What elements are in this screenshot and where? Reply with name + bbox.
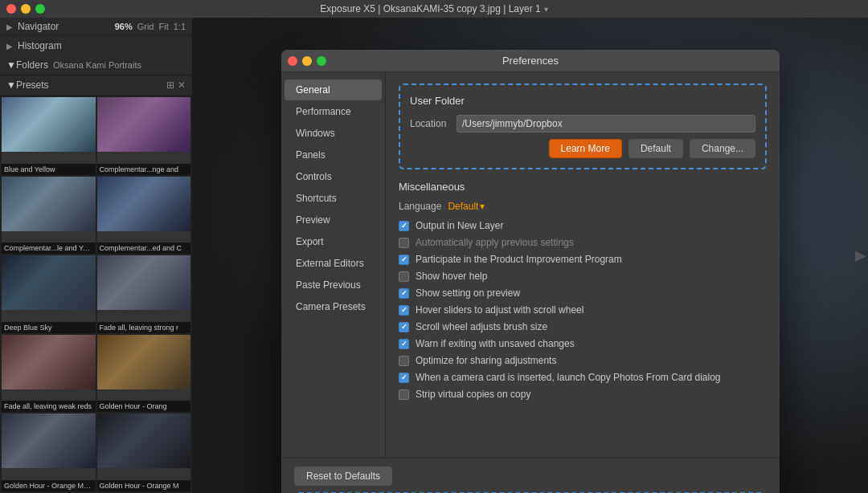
cb-camera-card-label: When a camera card is inserted, launch C… [416, 372, 721, 383]
cb-scroll-brush: Scroll wheel adjusts brush size [399, 321, 767, 332]
location-input[interactable] [457, 115, 755, 132]
location-row: Location [410, 115, 755, 132]
preset-label: Complementar...ed and C [97, 242, 191, 254]
cb-camera-card-input[interactable] [399, 373, 409, 383]
nav-item-export[interactable]: Export [285, 231, 382, 252]
dialog-titlebar: Preferences [281, 50, 780, 72]
preset-thumbnail [97, 97, 191, 152]
preset-thumbnail [97, 255, 191, 310]
cb-warn-unsaved-input[interactable] [399, 339, 409, 349]
window-controls[interactable] [6, 4, 45, 14]
preset-thumbnail [97, 335, 191, 389]
nav-item-preview[interactable]: Preview [285, 210, 382, 230]
list-item[interactable]: Fade all, leaving weak reds [2, 335, 96, 413]
list-item[interactable]: Golden Hour - Orange More [2, 414, 96, 491]
change-button[interactable]: Change... [690, 139, 755, 158]
zoom-1-1[interactable]: 1:1 [174, 22, 186, 31]
nav-item-external-editors[interactable]: External Editors [285, 253, 382, 274]
preset-thumbnail [2, 255, 96, 310]
grid-label: Grid [137, 22, 154, 31]
folders-title: Folders [16, 59, 48, 71]
language-row: Language Default ▾ [399, 201, 767, 212]
cb-auto-apply-label: Automatically apply previous settings [416, 237, 574, 248]
maximize-button[interactable] [35, 4, 45, 14]
default-button[interactable]: Default [628, 139, 683, 158]
nav-item-general[interactable]: General [285, 79, 382, 100]
dialog-title: Preferences [502, 55, 559, 67]
histogram-arrow-icon: ▶ [6, 42, 13, 51]
presets-grid-icon[interactable]: ⊞ [166, 79, 174, 91]
preset-thumbnail [2, 414, 96, 468]
cb-show-setting-input[interactable] [399, 288, 409, 299]
preset-label: Golden Hour - Orang [97, 401, 191, 412]
cb-auto-apply: Automatically apply previous settings [399, 237, 767, 248]
cb-product-improvement: Participate in the Product Improvement P… [399, 254, 767, 265]
preset-thumbnail [97, 177, 191, 231]
preferences-dialog: Preferences General Performance Windows … [281, 50, 780, 493]
dialog-min-button[interactable] [302, 56, 312, 66]
list-item[interactable]: Deep Blue Sky [2, 255, 96, 333]
close-button[interactable] [6, 4, 16, 14]
cb-hover-help-input[interactable] [399, 271, 409, 282]
cb-hover-sliders-input[interactable] [399, 305, 409, 316]
nav-item-panels[interactable]: Panels [285, 145, 382, 165]
presets-header: ▼ Presets ⊞ ✕ [0, 75, 192, 96]
sidebar: ▶ Navigator 96% Grid Fit 1:1 ▶ Histogram… [0, 18, 193, 493]
presets-arrow-icon[interactable]: ▼ [6, 79, 16, 91]
list-item[interactable]: Fade all, leaving strong r [97, 255, 191, 333]
nav-item-controls[interactable]: Controls [285, 166, 382, 187]
preset-label: Golden Hour - Orange More [2, 480, 96, 491]
cb-hover-help-label: Show hover help [416, 271, 487, 282]
learn-more-button[interactable]: Learn More [549, 139, 622, 158]
dialog-max-button[interactable] [317, 56, 326, 66]
list-item[interactable]: Golden Hour - Orang [97, 335, 191, 413]
list-item[interactable]: Golden Hour - Orange M [97, 414, 191, 491]
cb-output-new-layer-input[interactable] [399, 221, 409, 231]
presets-list-icon[interactable]: ✕ [178, 79, 186, 91]
title-chevron-icon: ▾ [544, 5, 548, 14]
cb-product-improvement-input[interactable] [399, 255, 409, 265]
minimize-button[interactable] [21, 4, 31, 14]
user-folder-buttons: Learn More Default Change... [410, 139, 755, 158]
navigator-title: Navigator [18, 21, 59, 32]
cb-output-new-layer: Output in New Layer [399, 220, 767, 231]
app-title: Exposure X5 | OksanaKAMI-35 copy 3.jpg |… [320, 3, 540, 14]
preset-label: Fade all, leaving strong r [97, 322, 191, 333]
nav-item-shortcuts[interactable]: Shortcuts [285, 188, 382, 209]
dialog-body: General Performance Windows Panels Contr… [281, 72, 780, 458]
language-select[interactable]: Default ▾ [448, 201, 485, 212]
list-item[interactable]: Complementar...le and Yellow [2, 177, 96, 255]
cb-auto-apply-input[interactable] [399, 238, 409, 248]
reset-defaults-button[interactable]: Reset to Defaults [294, 467, 392, 486]
language-dropdown-icon: ▾ [480, 201, 485, 212]
cb-strip-virtual-input[interactable] [399, 389, 409, 400]
cb-hover-help: Show hover help [399, 271, 767, 282]
cb-optimize-sharing-label: Optimize for sharing adjustments [416, 355, 556, 366]
preset-label: Blue and Yellow [2, 164, 96, 175]
dialog-close-button[interactable] [288, 56, 297, 66]
user-folder-title: User Folder [410, 95, 755, 107]
nav-item-windows[interactable]: Windows [285, 123, 382, 144]
cb-product-improvement-label: Participate in the Product Improvement P… [416, 254, 622, 265]
nav-item-camera-presets[interactable]: Camera Presets [285, 296, 382, 317]
list-item[interactable]: Complementar...nge and [97, 97, 191, 175]
list-item[interactable]: Blue and Yellow [2, 97, 96, 175]
zoom-percent: 96% [115, 22, 133, 31]
cb-scroll-brush-input[interactable] [399, 322, 409, 332]
list-item[interactable]: Complementar...ed and C [97, 177, 191, 255]
cb-warn-unsaved-label: Warn if exiting with unsaved changes [416, 338, 575, 349]
cb-optimize-sharing-input[interactable] [399, 356, 409, 366]
preset-label: Golden Hour - Orange M [97, 480, 191, 491]
folders-path: Oksana Kami Portraits [53, 60, 141, 70]
folders-section[interactable]: ▼ Folders Oksana Kami Portraits [0, 55, 192, 75]
histogram-section[interactable]: ▶ Histogram [0, 36, 192, 55]
fit-zoom[interactable]: Fit [158, 22, 168, 31]
main-layout: ▶ Navigator 96% Grid Fit 1:1 ▶ Histogram… [0, 18, 868, 493]
preset-thumbnail [2, 177, 96, 231]
nav-item-performance[interactable]: Performance [285, 101, 382, 122]
dialog-bottom: Reset to Defaults Import Import user pre… [281, 458, 780, 493]
navigator-arrow[interactable]: ▶ [6, 22, 13, 31]
dialog-window-controls[interactable] [288, 56, 326, 66]
nav-item-paste-previous[interactable]: Paste Previous [285, 275, 382, 295]
presets-title: Presets [16, 79, 49, 91]
